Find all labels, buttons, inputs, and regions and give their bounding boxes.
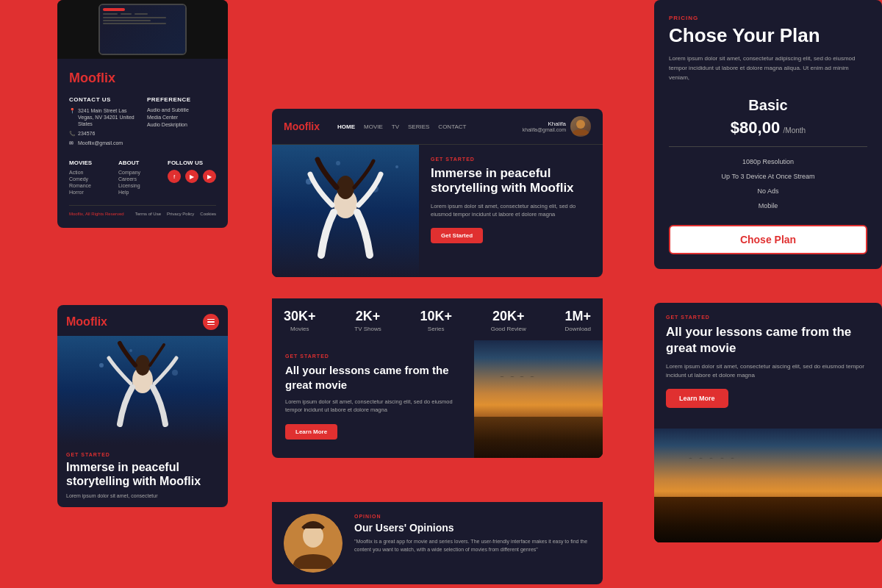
- stat-series-number: 10K+: [420, 309, 452, 324]
- mobile-app-card: Mooflix: [57, 305, 228, 507]
- mobile-get-started-label: GET STARTED: [66, 452, 219, 457]
- pricing-label: PRICING: [669, 15, 867, 21]
- learn-more-button[interactable]: Learn More: [285, 424, 337, 440]
- stat-movies: 30K+ Movies: [284, 309, 316, 332]
- rbs-learn-more-button[interactable]: Learn More: [666, 389, 728, 408]
- cookies-link[interactable]: Cookies: [200, 212, 216, 216]
- plan-price-period: /Month: [784, 126, 806, 135]
- phone-icon: 📞: [69, 131, 75, 137]
- choose-plan-button[interactable]: Chose Plan: [669, 225, 867, 254]
- hero-description: Lorem ipsum dolor sit amet, consectetur …: [431, 202, 591, 219]
- plan-name: Basic: [669, 97, 867, 114]
- location-icon: 📍: [69, 108, 75, 114]
- feature-no-ads: No Ads: [669, 184, 867, 198]
- stat-movies-label: Movies: [284, 326, 316, 332]
- follow-section-title: FOLLOW US: [168, 159, 216, 166]
- plan-divider: [669, 146, 867, 147]
- footer-card: Mooflix CONTACT US 📍 3241 Main Street La…: [57, 0, 228, 228]
- plan-features-list: 1080p Resolution Up To 3 Device At Once …: [669, 154, 867, 213]
- section-title: All your lessons came from the great mov…: [285, 363, 461, 392]
- movies-nav-title: MOVIES: [69, 159, 112, 166]
- hero-get-started-label: GET STARTED: [431, 157, 591, 162]
- lessons-section-card: GET STARTED All your lessons came from t…: [272, 340, 603, 458]
- svg-point-13: [337, 176, 354, 199]
- get-started-button[interactable]: Get Started: [431, 228, 483, 243]
- pref-item-1: Audio and Subtitle: [147, 107, 216, 112]
- stat-reviews-number: 20K+: [491, 309, 526, 324]
- opinion-text: "Mooflix is a great app for movie and se…: [354, 538, 591, 553]
- movies-romance[interactable]: Romance: [69, 183, 112, 188]
- nav-brand: Mooflix: [284, 121, 320, 132]
- nav-tv[interactable]: TV: [392, 123, 399, 130]
- stat-reviews-label: Good Review: [491, 326, 526, 332]
- user-avatar: [570, 116, 591, 137]
- hero-image: [272, 145, 419, 277]
- contact-phone: 234576: [78, 130, 95, 137]
- section-image: ⌒ ⌒ ⌒ ⌒: [474, 340, 603, 458]
- stat-series: 10K+ Series: [420, 309, 452, 332]
- pricing-description: Lorem ipsum dolor sit amet, consectetur …: [669, 54, 867, 82]
- email-icon: ✉: [69, 140, 75, 146]
- about-nav-title: ABOUT: [118, 159, 162, 166]
- about-careers[interactable]: Careers: [118, 176, 162, 182]
- plan-price: $80,00 /Month: [669, 118, 867, 137]
- svg-point-6: [576, 120, 585, 129]
- opinion-label: OPINION: [354, 514, 591, 519]
- stat-tvshows-number: 2K+: [354, 309, 381, 324]
- hamburger-menu-icon[interactable]: [203, 314, 219, 330]
- contact-address: 3241 Main Street Las Vegas, NV 34201 Uni…: [78, 107, 138, 127]
- youtube-icon[interactable]: ▶: [185, 170, 198, 183]
- about-licensing[interactable]: Licensing: [118, 183, 162, 188]
- privacy-link[interactable]: Privacy Policy: [167, 212, 194, 216]
- contact-section-title: CONTACT US: [69, 96, 138, 103]
- rbs-description: Lorem ipsum dolor sit amet, consectetur …: [666, 362, 870, 380]
- copyright-text: Mooflix, All Rights Reserved: [69, 212, 124, 216]
- stat-movies-number: 30K+: [284, 309, 316, 324]
- stat-tvshows-label: TV Shows: [354, 326, 381, 332]
- footer-brand: Mooflix: [69, 71, 216, 86]
- opinion-content: OPINION Our Users' Opinions "Mooflix is …: [354, 514, 591, 573]
- movies-action[interactable]: Action: [69, 170, 112, 175]
- feature-mobile: Mobile: [669, 198, 867, 213]
- nav-home[interactable]: HOME: [337, 123, 355, 130]
- birds-decoration: ⌒ ⌒ ⌒ ⌒: [500, 376, 537, 382]
- stats-row: 30K+ Movies 2K+ TV Shows 10K+ Series 20K…: [272, 298, 603, 343]
- hero-content: GET STARTED Immerse in peaceful storytel…: [419, 145, 603, 277]
- stat-reviews: 20K+ Good Review: [491, 309, 526, 332]
- section-get-started-label: GET STARTED: [285, 354, 461, 359]
- stat-tvshows: 2K+ TV Shows: [354, 309, 381, 332]
- stat-series-label: Series: [420, 326, 452, 332]
- opinion-avatar: [284, 514, 343, 573]
- social-icons-group: f ▶ ▶: [168, 170, 216, 183]
- svg-point-11: [395, 165, 398, 168]
- nav-user-area: Khalifa khalifa@gmail.com: [523, 116, 591, 137]
- section-content: GET STARTED All your lessons came from t…: [272, 340, 474, 458]
- website-preview-card: Mooflix HOME MOVIE TV SERIES CONTACT Kha…: [272, 109, 603, 277]
- movies-comedy[interactable]: Comedy: [69, 176, 112, 182]
- about-company[interactable]: Company: [118, 170, 162, 175]
- social-icon-3[interactable]: ▶: [203, 170, 216, 183]
- facebook-icon[interactable]: f: [168, 170, 181, 183]
- rbs-sunset-image: ⌒ ⌒ ⌒ ⌒ ⌒: [654, 429, 882, 542]
- user-email: khalifa@gmail.com: [523, 127, 566, 132]
- mobile-hero-image: [57, 336, 228, 445]
- website-nav: Mooflix HOME MOVIE TV SERIES CONTACT Kha…: [272, 109, 603, 145]
- terms-link[interactable]: Terms of Use: [135, 212, 161, 216]
- about-help[interactable]: Help: [118, 190, 162, 195]
- opinion-section: OPINION Our Users' Opinions "Mooflix is …: [272, 502, 603, 584]
- pref-item-2: Media Center: [147, 115, 216, 120]
- rbs-birds-decoration: ⌒ ⌒ ⌒ ⌒ ⌒: [689, 457, 738, 462]
- nav-movie[interactable]: MOVIE: [364, 123, 383, 130]
- movies-horror[interactable]: Horror: [69, 190, 112, 195]
- stat-downloads-label: Download: [564, 326, 591, 332]
- user-name: Khalifa: [523, 121, 566, 127]
- nav-contact[interactable]: CONTACT: [438, 123, 466, 130]
- svg-point-2: [129, 349, 132, 352]
- svg-point-3: [172, 370, 178, 376]
- mobile-hero-title: Immerse in peaceful storytelling with Mo…: [66, 460, 219, 488]
- feature-devices: Up To 3 Device At Once Stream: [669, 169, 867, 184]
- section-description: Lorem ipsum dolor sit amet, consectetur …: [285, 398, 461, 415]
- mobile-brand: Mooflix: [66, 315, 107, 329]
- nav-links: HOME MOVIE TV SERIES CONTACT: [337, 123, 511, 130]
- nav-series[interactable]: SERIES: [408, 123, 429, 130]
